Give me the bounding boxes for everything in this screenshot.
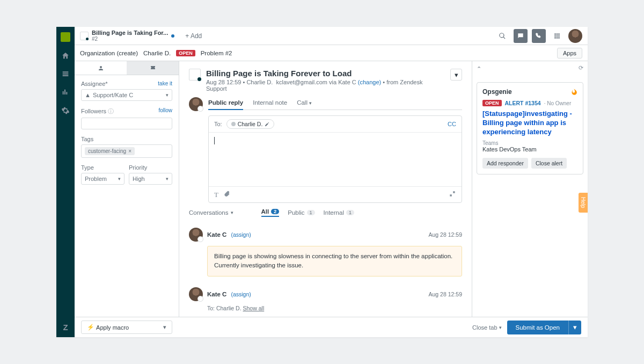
tags-label: Tags [81, 136, 93, 142]
add-responder-button[interactable]: Add responder [482, 158, 528, 169]
filter-public[interactable]: Public1 [288, 209, 314, 216]
to-label: To: [214, 121, 222, 127]
close-alert-button[interactable]: Close alert [531, 158, 567, 169]
text-format-icon[interactable]: T [214, 191, 218, 199]
properties-panel: Assignee*take it ▲Support/Kate C▾ Follow… [75, 61, 179, 337]
msg-timestamp: Aug 28 12:59 [429, 291, 462, 297]
teams-label: Teams [482, 140, 577, 146]
chat-icon[interactable] [514, 29, 528, 43]
top-bar: Billing Page is Taking For... #2 + Add [75, 27, 588, 45]
props-ticket-tab[interactable] [127, 61, 179, 75]
author-avatar [189, 287, 203, 301]
ticket-panel: Billing Page is Taking Forever to Load A… [179, 61, 472, 337]
add-tab-button[interactable]: + Add [185, 32, 202, 40]
show-all-link[interactable]: Show all [243, 305, 265, 311]
submit-button[interactable]: Submit as Open [507, 321, 568, 334]
followers-input[interactable] [81, 118, 172, 129]
agent-avatar [189, 97, 203, 111]
phone-icon[interactable] [532, 29, 546, 43]
follow-link[interactable]: follow [158, 107, 172, 115]
assignee-label: Assignee* [81, 81, 108, 87]
props-user-tab[interactable] [75, 61, 127, 75]
help-tab[interactable]: Help [579, 193, 588, 213]
assign-link[interactable]: (assign) [231, 231, 251, 238]
unsaved-dot-icon [171, 34, 174, 38]
breadcrumb-bar: Organization (create) Charlie D. OPEN Pr… [75, 45, 588, 61]
internal-note-tab[interactable]: Internal note [253, 97, 287, 110]
tags-input[interactable]: customer-facing× [81, 144, 172, 158]
priority-label: Priority [129, 164, 147, 171]
tab-title: Billing Page is Taking For... [92, 30, 168, 36]
apps-grid-icon[interactable] [550, 29, 564, 43]
apps-toggle-button[interactable]: Apps [557, 48, 582, 59]
zendesk-z-icon[interactable]: Z [63, 323, 68, 332]
zendesk-logo[interactable] [61, 32, 70, 42]
fire-icon [570, 88, 577, 96]
ticket-title: Billing Page is Taking Forever to Load [206, 69, 445, 78]
change-link[interactable]: (change) [358, 79, 381, 85]
submit-dropdown[interactable]: ▾ [568, 321, 581, 334]
collapse-icon[interactable]: ⌃ [477, 65, 481, 72]
crumb-requester[interactable]: Charlie D. [143, 50, 171, 56]
priority-select[interactable]: High▾ [129, 173, 172, 185]
msg-author: Kate C [207, 231, 226, 238]
remove-tag-icon[interactable]: × [128, 148, 131, 154]
ticket-menu-button[interactable]: ▾ [450, 69, 462, 81]
close-tab-button[interactable]: Close tab ▾ [472, 324, 501, 331]
expand-icon[interactable] [449, 190, 456, 199]
to-recipient-chip[interactable]: Charlie D. [226, 119, 275, 129]
msg-timestamp: Aug 28 12:59 [429, 231, 462, 238]
admin-icon[interactable] [61, 106, 70, 115]
refresh-icon[interactable]: ⟳ [579, 64, 583, 71]
opsgenie-title: Opsgenie [482, 88, 512, 96]
alert-title: [Statuspage]investigating - Billing page… [482, 110, 577, 137]
type-label: Type [81, 164, 94, 171]
team-name: Kates DevOps Team [482, 146, 577, 152]
reply-editor: To: Charlie D. CC T [208, 115, 462, 203]
home-icon[interactable] [61, 52, 70, 60]
call-tab[interactable]: Call▾ [297, 97, 312, 110]
ticket-type-icon [189, 69, 201, 81]
followers-label: Followers ⓘ [81, 107, 114, 115]
attachment-icon[interactable] [224, 191, 230, 199]
views-icon[interactable] [61, 70, 70, 78]
alert-owner: · No Owner [544, 100, 572, 106]
ticket-tab[interactable]: Billing Page is Taking For... #2 [80, 30, 174, 42]
reporting-icon[interactable] [61, 88, 70, 97]
internal-note-body: Billing page is showing slowness in conn… [207, 246, 462, 276]
reply-textarea[interactable] [209, 133, 462, 186]
opsgenie-card: Opsgenie OPEN ALERT #1354 · No Owner [St… [477, 82, 583, 174]
cc-button[interactable]: CC [448, 121, 456, 127]
msg-author: Kate C [207, 291, 226, 297]
apply-macro-select[interactable]: ⚡ Apply macro▾ [81, 321, 172, 334]
filter-internal[interactable]: Internal1 [324, 209, 354, 216]
search-icon[interactable] [495, 29, 509, 43]
status-badge: OPEN [176, 50, 195, 56]
take-it-link[interactable]: take it [158, 81, 172, 87]
message-item: Kate C (assign) Aug 28 12:59 Billing pag… [179, 222, 472, 282]
author-avatar [189, 228, 203, 242]
edit-icon[interactable] [265, 122, 269, 127]
user-avatar[interactable] [568, 29, 582, 43]
footer-bar: ⚡ Apply macro▾ Close tab ▾ Submit as Ope… [75, 317, 588, 337]
ticket-meta: Aug 28 12:59 • Charlie D. kclavet@gmail.… [206, 79, 445, 92]
msg-to-line: To: Charlie D. Show all [207, 304, 462, 313]
apps-panel: ⟳ ⌃ Opsgenie OPEN ALERT #1354 · No Owner… [472, 61, 588, 337]
alert-id-link[interactable]: ALERT #1354 [505, 100, 541, 106]
conversations-dropdown[interactable]: Conversations ▾ [189, 209, 233, 216]
ticket-icon [80, 32, 89, 40]
crumb-org[interactable]: Organization (create) [80, 50, 138, 56]
assign-link[interactable]: (assign) [231, 291, 251, 297]
tab-number: #2 [92, 36, 168, 42]
crumb-problem[interactable]: Problem #2 [201, 50, 232, 56]
assignee-select[interactable]: ▲Support/Kate C▾ [81, 89, 172, 101]
type-select[interactable]: Problem▾ [81, 173, 125, 185]
public-reply-tab[interactable]: Public reply [208, 97, 243, 110]
filter-all[interactable]: All2 [261, 208, 280, 217]
alert-status-badge: OPEN [482, 100, 502, 106]
left-nav: Z [56, 27, 75, 337]
